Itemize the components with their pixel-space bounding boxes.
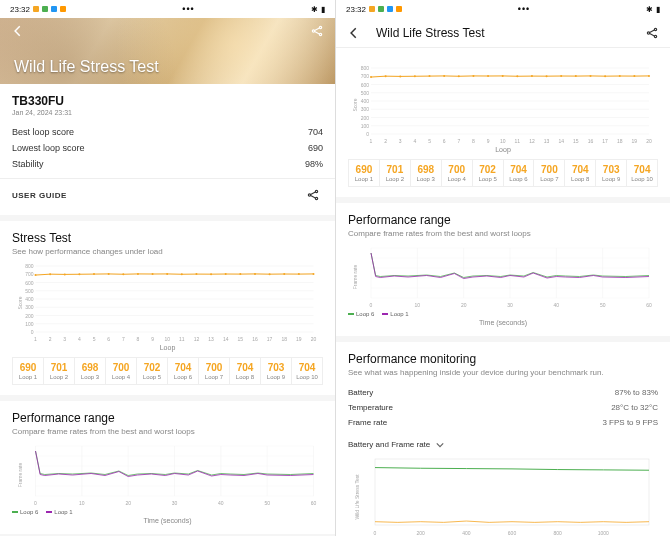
svg-text:15: 15 (573, 138, 579, 144)
svg-point-1 (319, 26, 321, 28)
svg-text:13: 13 (544, 138, 550, 144)
hero-banner: Wild Life Stress Test (0, 18, 335, 84)
svg-text:100: 100 (361, 123, 370, 129)
user-guide-link[interactable]: USER GUIDE (12, 191, 67, 200)
loop-cell[interactable]: 704Loop 8 (565, 160, 596, 186)
loop-cell[interactable]: 690Loop 1 (349, 160, 380, 186)
svg-point-128 (385, 75, 387, 77)
svg-text:0: 0 (370, 302, 373, 308)
back-button[interactable] (8, 21, 28, 41)
stress-test-card: Stress Test See how performance changes … (0, 221, 335, 395)
performance-monitoring-card: Performance monitoring See what was happ… (336, 342, 670, 536)
svg-text:800: 800 (361, 66, 370, 71)
svg-point-60 (269, 273, 271, 275)
section-subtitle: See what was happening inside your devic… (348, 368, 658, 377)
loop-cell[interactable]: 703Loop 9 (261, 358, 292, 384)
svg-text:50: 50 (264, 500, 270, 506)
share-button[interactable] (303, 185, 323, 205)
svg-text:0: 0 (31, 329, 34, 335)
svg-point-129 (399, 75, 401, 77)
status-bar: 23:32 ••• ✱ ▮ (336, 0, 670, 18)
loop-scores-table: 690Loop 1701Loop 2698Loop 3700Loop 4702L… (348, 159, 658, 187)
loop-cell[interactable]: 700Loop 7 (199, 358, 230, 384)
svg-text:12: 12 (529, 138, 535, 144)
loop-cell[interactable]: 704Loop 10 (292, 358, 322, 384)
svg-point-130 (414, 75, 416, 77)
loop-cell[interactable]: 698Loop 3 (411, 160, 442, 186)
monitor-chart: 02004006008001000Wild Life Stress Test (348, 457, 658, 536)
notch-indicator: ••• (518, 4, 530, 14)
svg-text:40: 40 (218, 500, 224, 506)
bluetooth-icon: ✱ (311, 5, 318, 14)
loop-cell[interactable]: 701Loop 2 (380, 160, 411, 186)
svg-point-5 (315, 197, 317, 199)
svg-text:2: 2 (49, 336, 52, 342)
content-scroll[interactable]: TB330FU Jan 24, 2024 23:31 Best loop sco… (0, 84, 335, 536)
svg-point-52 (152, 273, 154, 275)
svg-text:8: 8 (137, 336, 140, 342)
status-bar: 23:32 ••• ✱ ▮ (0, 0, 335, 18)
app-header: Wild Life Stress Test (336, 18, 670, 48)
loop-cell[interactable]: 704Loop 8 (230, 358, 261, 384)
svg-text:400: 400 (361, 98, 370, 104)
svg-text:Score: Score (17, 296, 23, 309)
loop-cell[interactable]: 700Loop 7 (534, 160, 565, 186)
metric-row: Lowest loop score690 (12, 140, 323, 156)
svg-text:600: 600 (361, 82, 370, 88)
loop-cell[interactable]: 690Loop 1 (13, 358, 44, 384)
svg-point-59 (254, 273, 256, 275)
svg-point-58 (239, 273, 241, 275)
loop-cell[interactable]: 704Loop 6 (168, 358, 199, 384)
svg-text:6: 6 (107, 336, 110, 342)
svg-text:17: 17 (602, 138, 608, 144)
svg-text:9: 9 (151, 336, 154, 342)
loop-cell[interactable]: 700Loop 4 (442, 160, 473, 186)
svg-text:1: 1 (34, 336, 37, 342)
content-scroll[interactable]: 0100200300400500600700800123456789101112… (336, 48, 670, 536)
status-indicator (33, 6, 39, 12)
svg-text:30: 30 (172, 500, 178, 506)
signal-icon: ▮ (321, 5, 325, 14)
svg-text:16: 16 (252, 336, 258, 342)
svg-text:500: 500 (25, 288, 34, 294)
loop-cell[interactable]: 701Loop 2 (44, 358, 75, 384)
svg-text:15: 15 (238, 336, 244, 342)
svg-point-127 (370, 76, 372, 78)
page-title: Wild Life Stress Test (376, 26, 642, 40)
svg-text:Score: Score (352, 98, 358, 111)
back-button[interactable] (344, 23, 364, 43)
loop-cell[interactable]: 702Loop 5 (137, 358, 168, 384)
loop-cell[interactable]: 702Loop 5 (473, 160, 504, 186)
svg-text:7: 7 (122, 336, 125, 342)
svg-text:10: 10 (164, 336, 170, 342)
loop-cell[interactable]: 704Loop 6 (504, 160, 535, 186)
chart-legend: Loop 6 Loop 1 (348, 311, 658, 317)
svg-point-49 (108, 273, 110, 275)
svg-point-4 (315, 190, 317, 192)
share-button[interactable] (307, 21, 327, 41)
svg-point-87 (654, 28, 656, 30)
loop-cell[interactable]: 698Loop 3 (75, 358, 106, 384)
range-chart: 0102030405060Frame rate (12, 444, 323, 506)
status-indicator (369, 6, 375, 12)
status-indicator (51, 6, 57, 12)
svg-point-48 (93, 273, 95, 275)
notch-indicator: ••• (182, 4, 194, 14)
svg-text:0: 0 (366, 131, 369, 137)
svg-text:17: 17 (267, 336, 273, 342)
section-title: Performance range (348, 213, 658, 227)
svg-text:14: 14 (223, 336, 229, 342)
monitor-metric-dropdown[interactable]: Battery and Frame rate (348, 436, 444, 453)
svg-text:800: 800 (553, 530, 562, 536)
stress-chart: 0100200300400500600700800123456789101112… (12, 264, 323, 342)
share-button[interactable] (642, 23, 662, 43)
loop-cell[interactable]: 700Loop 4 (106, 358, 137, 384)
loop-cell[interactable]: 704Loop 10 (627, 160, 657, 186)
loop-cell[interactable]: 703Loop 9 (596, 160, 627, 186)
svg-point-45 (49, 273, 51, 275)
signal-icon: ▮ (656, 5, 660, 14)
svg-text:200: 200 (25, 313, 34, 319)
svg-point-54 (181, 273, 183, 275)
status-indicator (378, 6, 384, 12)
svg-text:16: 16 (588, 138, 594, 144)
